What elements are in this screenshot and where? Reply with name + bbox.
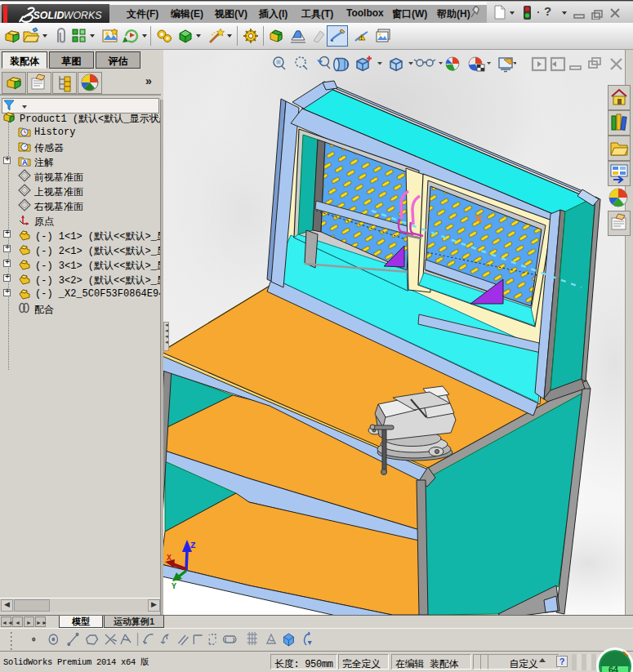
svg-text:WORKS: WORKS [64, 10, 103, 21]
svg-text:A: A [22, 158, 28, 167]
svg-text:SOLID: SOLID [33, 10, 65, 21]
svg-text:!: ! [360, 35, 362, 41]
svg-text:Z: Z [190, 541, 196, 550]
svg-text:64: 64 [608, 665, 619, 672]
svg-text:X: X [167, 554, 172, 563]
svg-text:Y: Y [172, 582, 176, 591]
